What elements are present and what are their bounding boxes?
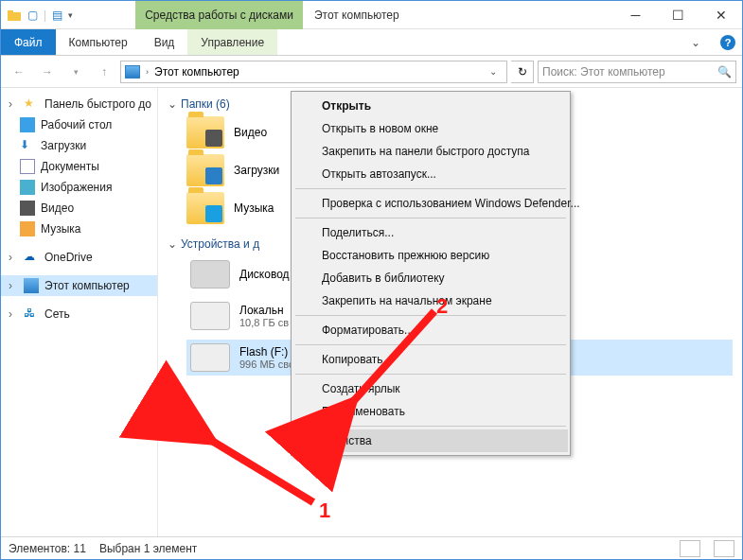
- folder-label: Музыка: [234, 201, 274, 215]
- nav-back-button[interactable]: ←: [7, 60, 31, 84]
- device-name: Локальн: [239, 304, 289, 317]
- folder-label: Видео: [234, 126, 267, 139]
- titlebar: ▢ | ▤ ▾ Средства работы с дисками Этот к…: [1, 1, 742, 29]
- search-input[interactable]: Поиск: Этот компьютер 🔍: [538, 61, 736, 83]
- ctx-copy[interactable]: Копировать: [293, 348, 568, 371]
- nav-up-button[interactable]: ↑: [92, 60, 116, 84]
- chevron-down-icon: ⌄: [168, 97, 177, 111]
- separator: [295, 218, 566, 219]
- address-path: Этот компьютер: [154, 65, 239, 79]
- sidebar-item-desktop[interactable]: Рабочий стол: [1, 114, 157, 135]
- tab-computer[interactable]: Компьютер: [56, 29, 141, 55]
- separator: [295, 426, 566, 427]
- device-sub: 10,8 ГБ св: [239, 317, 289, 328]
- annotation-label-1: 1: [319, 499, 330, 523]
- ctx-rename[interactable]: Переименовать: [293, 400, 568, 423]
- sidebar-item-label: Панель быстрого до: [44, 97, 151, 111]
- ribbon-contextual-group: Средства работы с дисками: [135, 1, 303, 29]
- ctx-format[interactable]: Форматировать...: [293, 319, 568, 341]
- context-menu: Открыть Открыть в новом окне Закрепить н…: [291, 91, 571, 456]
- sidebar-item-label: Загрузки: [41, 139, 86, 152]
- sidebar: › ★ Панель быстрого до Рабочий стол ⬇Заг…: [1, 88, 158, 536]
- address-box[interactable]: › Этот компьютер ⌄: [120, 61, 507, 83]
- floppy-icon: [190, 260, 230, 289]
- nav-fwd-button[interactable]: →: [35, 60, 60, 84]
- help-button[interactable]: ?: [714, 29, 742, 55]
- ctx-create-shortcut[interactable]: Создать ярлык: [293, 377, 568, 400]
- desktop-icon: [20, 117, 35, 132]
- view-details-button[interactable]: [680, 540, 700, 557]
- sidebar-item-downloads[interactable]: ⬇Загрузки: [1, 135, 157, 156]
- sidebar-item-pictures[interactable]: Изображения: [1, 177, 157, 198]
- sidebar-network[interactable]: › 🖧 Сеть: [1, 304, 157, 324]
- pc-icon: [24, 278, 39, 293]
- statusbar: Элементов: 11 Выбран 1 элемент: [1, 536, 742, 559]
- ctx-restore-prev[interactable]: Восстановить прежнюю версию: [293, 244, 568, 267]
- sidebar-item-documents[interactable]: Документы: [1, 156, 157, 177]
- tab-manage[interactable]: Управление: [187, 29, 277, 55]
- ctx-properties[interactable]: Свойства: [293, 429, 568, 452]
- annotation-label-2: 2: [436, 294, 448, 319]
- close-button[interactable]: ✕: [699, 1, 742, 29]
- download-icon: ⬇: [20, 138, 35, 153]
- ctx-defender-scan[interactable]: Проверка с использованием Windows Defend…: [293, 192, 568, 215]
- ctx-open-new-window[interactable]: Открыть в новом окне: [293, 117, 568, 140]
- sidebar-item-label: Сеть: [44, 307, 70, 321]
- sidebar-item-label: Рабочий стол: [41, 118, 112, 131]
- nav-history-icon[interactable]: ▾: [63, 60, 88, 84]
- sidebar-this-pc[interactable]: › Этот компьютер: [1, 275, 157, 296]
- network-icon: 🖧: [24, 306, 39, 322]
- sidebar-item-label: OneDrive: [44, 251, 93, 264]
- sidebar-item-label: Изображения: [41, 181, 112, 194]
- chevron-right-icon: ›: [9, 279, 18, 292]
- status-count: Элементов: 11: [9, 542, 86, 555]
- separator: [295, 188, 566, 189]
- usb-drive-icon: [190, 343, 230, 372]
- group-label: Устройства и д: [181, 237, 259, 251]
- sidebar-onedrive[interactable]: › ☁ OneDrive: [1, 247, 157, 268]
- qat-save-icon[interactable]: ▢: [27, 9, 38, 22]
- tab-view[interactable]: Вид: [141, 29, 188, 55]
- qat-dropdown-icon[interactable]: ▾: [68, 10, 73, 20]
- ctx-share[interactable]: Поделиться...: [293, 221, 568, 244]
- sidebar-item-label: Видео: [41, 201, 74, 215]
- chevron-right-icon: ›: [146, 67, 149, 77]
- minimize-button[interactable]: ─: [614, 1, 657, 29]
- chevron-right-icon: ›: [9, 307, 18, 321]
- address-dropdown-icon[interactable]: ⌄: [489, 66, 503, 77]
- sidebar-item-videos[interactable]: Видео: [1, 198, 157, 219]
- ribbon-expand-icon[interactable]: ⌄: [678, 29, 714, 55]
- sidebar-item-label: Музыка: [41, 222, 80, 236]
- sidebar-item-music[interactable]: Музыка: [1, 219, 157, 239]
- svg-rect-1: [8, 10, 13, 13]
- refresh-button[interactable]: ↻: [511, 61, 534, 83]
- ctx-add-library[interactable]: Добавить в библиотеку: [293, 267, 568, 289]
- ctx-pin-quick-access[interactable]: Закрепить на панели быстрого доступа: [293, 140, 568, 163]
- qat-props-icon[interactable]: ▤: [52, 9, 62, 22]
- hdd-icon: [190, 302, 230, 330]
- device-name: Дисковод: [239, 268, 290, 281]
- address-bar: ← → ▾ ↑ › Этот компьютер ⌄ ↻ Поиск: Этот…: [1, 56, 742, 88]
- sidebar-quick-access[interactable]: › ★ Панель быстрого до: [1, 94, 157, 114]
- ctx-autoplay[interactable]: Открыть автозапуск...: [293, 163, 568, 185]
- folder-icon: [186, 192, 224, 224]
- sidebar-item-label: Этот компьютер: [44, 279, 130, 292]
- search-icon: 🔍: [717, 65, 732, 79]
- view-icons-button[interactable]: [714, 540, 734, 557]
- folder-icon: [186, 154, 224, 186]
- sidebar-item-label: Документы: [41, 160, 99, 173]
- quick-access-toolbar: ▢ | ▤ ▾: [1, 8, 79, 23]
- ctx-pin-start[interactable]: Закрепить на начальном экране: [293, 289, 568, 312]
- chevron-down-icon: ⌄: [168, 237, 177, 251]
- search-placeholder: Поиск: Этот компьютер: [542, 65, 665, 79]
- ctx-open[interactable]: Открыть: [293, 95, 568, 117]
- separator: [295, 374, 566, 375]
- folder-label: Загрузки: [234, 164, 279, 177]
- tab-file[interactable]: Файл: [1, 29, 56, 55]
- svg-rect-0: [8, 12, 21, 21]
- app-icon: [7, 8, 22, 23]
- maximize-button[interactable]: ☐: [657, 1, 699, 29]
- location-icon: [125, 65, 140, 79]
- cloud-icon: ☁: [24, 250, 39, 265]
- chevron-right-icon: ›: [9, 97, 18, 111]
